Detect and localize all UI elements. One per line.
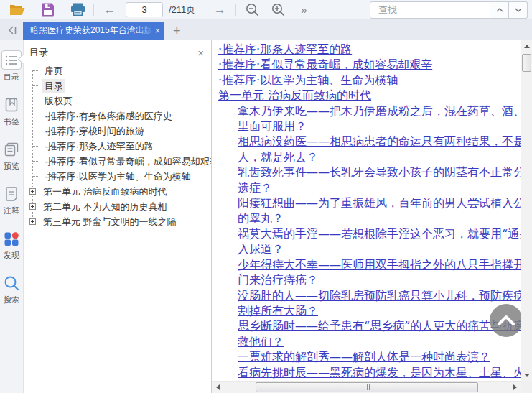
toolbar-divider [93,4,94,16]
tab-active-document[interactable]: 暗黑医疗史荣获2015年台湾出版 × [23,22,164,40]
document-toc-link-line[interactable]: 入尿道？ [212,241,521,256]
toc-link-text[interactable]: ·推荐序·看似寻常最奇崛，成如容易却艰辛 [218,57,432,71]
toc-link-text[interactable]: 人，就是死去？ [238,150,318,164]
scroll-left-button[interactable] [212,382,223,393]
toc-link-text[interactable]: 一票难求的解剖秀——解剖人体是一种时尚表演？ [238,350,490,364]
document-toc-link-line[interactable]: 的睾丸？ [212,211,521,226]
tree-connector [32,131,39,131]
more-tools-button[interactable]: » [295,1,312,19]
find-next-button[interactable] [509,1,528,19]
vertical-scrollbar[interactable] [521,40,532,381]
new-tab-button[interactable]: + [173,24,181,37]
document-toc-link-line[interactable]: ·推荐序·那条人迹罕至的路 [212,42,521,57]
document-toc-link-line[interactable]: 祸莫大焉的手淫——若想根除手淫这个恶习，就要用“通条”直接插 [212,226,521,241]
print-button[interactable] [69,1,86,19]
rail-item-bookmarks[interactable]: 书签 [1,95,22,127]
rail-item-annotations[interactable]: 注释 [1,184,22,216]
toc-link-text[interactable]: 看病先挑时辰——黑死病的爆发，是因为木星、土星、火星的奇妙 [238,366,521,379]
find-input[interactable] [378,4,505,15]
document-toc-link-line[interactable]: 救他们？ [212,334,521,349]
document-toc-link-line[interactable]: 少年得痔大不幸——医师用双手拇指之外的八只手指撑开病人的肛 [212,257,521,272]
vertical-scroll-thumb[interactable] [522,54,531,72]
toc-link-text[interactable]: 遗症？ [238,181,272,195]
find-previous-button[interactable] [490,1,509,19]
document-toc-link-line[interactable]: 遗症？ [212,180,521,195]
document-toc-link-line[interactable]: 没肠肚的人——切除乳房预防乳癌只算小儿科，预防疾病的极致是 [212,288,521,303]
expand-plus-icon[interactable] [29,188,36,195]
rail-item-toc[interactable]: 目录 [1,50,22,83]
tab-list-collapse-button[interactable] [3,22,22,39]
document-toc-link-line[interactable]: ·推荐序·看似寻常最奇崛，成如容易却艰辛 [212,57,521,72]
toc-tree-item[interactable]: 第三单元 野蛮与文明的一线之隔 [24,214,211,229]
toc-tree-item[interactable]: 第二单元 不为人知的历史真相 [24,199,211,214]
expand-plus-icon[interactable] [29,218,36,225]
horizontal-scroll-thumb[interactable] [256,382,478,392]
toc-link-text[interactable]: 第一单元 治病反而致病的时代 [218,88,371,102]
chevron-left-bar-icon [7,25,17,35]
toc-tree-item[interactable]: 第一单元 治病反而致病的时代 [24,184,211,199]
toc-link-text[interactable]: 祸莫大焉的手淫——若想根除手淫这个恶习，就要用“通条”直接插 [238,227,521,241]
scroll-right-button[interactable] [509,382,521,393]
document-toc-link-line[interactable]: 第一单元 治病反而致病的时代 [212,88,521,103]
zoom-in-button[interactable] [269,1,286,19]
pages-stack-icon [4,142,19,157]
rail-item-discover[interactable]: 发现 [1,228,22,261]
toc-link-text[interactable]: 阳痿狂想曲——为了重振雄风，百年前的男人尝试植入公羊或猴子 [238,196,521,210]
toc-tree-item[interactable]: 目录 [24,78,211,93]
open-file-button[interactable] [9,1,26,19]
rail-item-search[interactable]: 搜索 [1,273,22,305]
document-toc-link-line[interactable]: ·推荐序·以医学为主轴、生命为横轴 [212,73,521,88]
tree-connector [32,176,39,177]
page-number-input[interactable] [126,2,163,17]
toc-link-text[interactable]: ·推荐序·以医学为主轴、生命为横轴 [218,73,398,87]
zoom-out-button[interactable] [243,1,261,19]
toc-panel-close-icon[interactable]: × [197,47,204,58]
document-toc-link-line[interactable]: 里面可服用？ [212,119,521,134]
document-toc-link-line[interactable]: 乳齿致死事件——长乳牙会导致小孩子的阴茎有不正常分泌物的后 [212,165,521,180]
toc-tree-item[interactable]: 版权页 [24,93,211,108]
toc-link-text[interactable]: 少年得痔大不幸——医师用双手拇指之外的八只手指撑开病人的肛 [238,258,521,272]
toc-tree-item[interactable]: ·推荐序·看似寻常最奇崛，成如容易却艰辛 [24,154,211,169]
arrow-right-icon: → [214,4,226,16]
document-toc-link-line[interactable]: 看病先挑时辰——黑死病的爆发，是因为木星、土星、火星的奇妙 [212,365,521,380]
document-toc-link-line[interactable]: 阳痿狂想曲——为了重振雄风，百年前的男人尝试植入公羊或猴子 [212,195,521,211]
save-button[interactable] [39,1,56,19]
toc-link-text[interactable]: 没肠肚的人——切除乳房预防乳癌只算小儿科，预防疾病的极致是 [238,289,521,302]
scroll-down-button[interactable] [521,369,532,381]
tab-close-icon[interactable]: × [154,26,160,35]
toc-link-text[interactable]: 乳齿致死事件——长乳牙会导致小孩子的阴茎有不正常分泌物的后 [238,165,521,179]
rail-label: 预览 [4,161,19,172]
document-toc-link-line[interactable]: 思乡断肠时——给予患有“思乡病”的人更大的痛苦与折磨，才能挽 [212,318,521,333]
rail-label: 注释 [4,205,19,216]
toc-link-text[interactable]: 思乡断肠时——给予患有“思乡病”的人更大的痛苦与折磨，才能挽 [238,319,521,333]
tree-connector [32,161,39,162]
toc-link-text[interactable]: 相思病没药医——相思病患者的命运只有两种结果，不是变身成狼 [238,134,521,148]
expand-plus-icon[interactable] [29,203,36,210]
back-to-top-button[interactable] [490,304,523,337]
document-toc-link-line[interactable]: 割掉所有大肠？ [212,303,521,318]
scroll-up-button[interactable] [521,40,532,52]
chevron-up-icon [497,315,515,326]
document-toc-link-line[interactable]: 一票难求的解剖秀——解剖人体是一种时尚表演？ [212,349,521,364]
toc-link-text[interactable]: 割掉所有大肠？ [238,304,318,318]
toc-link-text[interactable]: 的睾丸？ [238,211,284,225]
document-toc-link-line[interactable]: 相思病没药医——相思病患者的命运只有两种结果，不是变身成狼 [212,134,521,149]
document-toc-link-line[interactable]: 人，就是死去？ [212,149,521,165]
toc-link-text[interactable]: ·推荐序·那条人迹罕至的路 [218,42,352,56]
next-page-button[interactable]: → [211,1,228,19]
document-toc-link-line[interactable]: 拿木乃伊来吃——把木乃伊磨成粉之后，混在药草、酒、牛奶或油 [212,103,521,119]
horizontal-scrollbar[interactable] [212,381,521,393]
document-toc-link-line[interactable]: 门来治疗痔疮？ [212,272,521,287]
toc-tree-item[interactable]: ·推荐序·穿梭时间的旅游 [24,124,211,139]
toc-link-text[interactable]: 里面可服用？ [238,119,307,133]
rail-item-thumbnails[interactable]: 预览 [1,139,22,172]
previous-page-button[interactable]: ← [101,1,118,19]
toc-link-text[interactable]: 救他们？ [238,335,284,348]
toc-link-text[interactable]: 拿木乃伊来吃——把木乃伊磨成粉之后，混在药草、酒、牛奶或油 [238,104,521,118]
toc-link-text[interactable]: 入尿道？ [238,242,284,256]
toc-tree-item[interactable]: ·推荐序·以医学为主轴、生命为横轴 [24,169,211,184]
toc-tree-item[interactable]: ·推荐序·有身体疼痛感的医疗史 [24,108,211,124]
toc-tree-item[interactable]: ·推荐序·那条人迹罕至的路 [24,139,211,154]
toc-tree-item[interactable]: 扉页 [24,63,211,78]
toc-link-text[interactable]: 门来治疗痔疮？ [238,273,318,287]
